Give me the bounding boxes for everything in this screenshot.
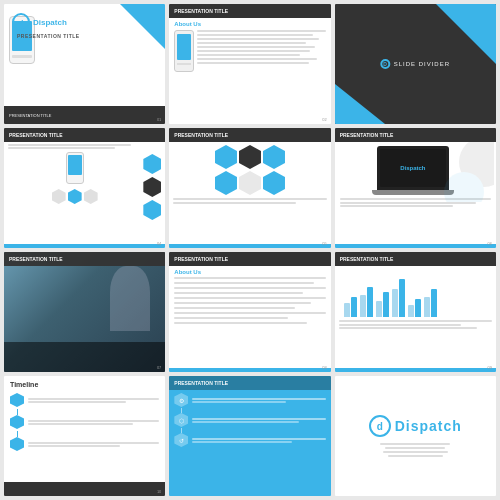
slide-9[interactable]: PRESENTATION TITLE 09 xyxy=(335,252,496,372)
slide10-title: Timeline xyxy=(10,381,159,388)
slide3-tri-bottom xyxy=(335,84,385,124)
slide7-overlay xyxy=(4,342,165,372)
slide6-number: 06 xyxy=(488,241,492,246)
slide8-header: PRESENTATION TITLE xyxy=(169,252,330,266)
slide-4[interactable]: PRESENTATION TITLE xyxy=(4,128,165,248)
slide-11[interactable]: PRESENTATION TITLE ⚙ ⬡ xyxy=(169,376,330,496)
slide-2[interactable]: PRESENTATION TITLE About Us xyxy=(169,4,330,124)
slide4-phone-container xyxy=(8,152,141,204)
slide12-brand-name: Dispatch xyxy=(395,418,462,434)
slide2-header-title: PRESENTATION TITLE xyxy=(174,8,228,14)
slide2-section: About Us xyxy=(174,21,325,27)
slide6-header-title: PRESENTATION TITLE xyxy=(340,132,394,138)
slide11-icons: ⚙ ⬡ ↺ xyxy=(169,390,330,450)
slide12-icon-char: d xyxy=(377,421,383,432)
slide3-divider-content: d SLIDE DIVIDER xyxy=(381,59,450,69)
slide-8[interactable]: PRESENTATION TITLE About Us 08 xyxy=(169,252,330,372)
slide-7[interactable]: PRESENTATION TITLE 07 xyxy=(4,252,165,372)
brand-icon-char: d xyxy=(19,18,24,27)
slide2-phone xyxy=(174,30,194,72)
slide2-header: PRESENTATION TITLE xyxy=(169,4,330,18)
slide6-header: PRESENTATION TITLE xyxy=(335,128,496,142)
slide5-text xyxy=(173,198,326,204)
slide9-chart xyxy=(339,272,492,317)
slide12-content: d Dispatch xyxy=(361,376,470,496)
slide6-laptop-brand: Dispatch xyxy=(400,165,425,171)
slide1-title: PRESENTATION TITLE xyxy=(17,33,157,39)
slide5-number: 05 xyxy=(322,241,326,246)
slide-3[interactable]: d SLIDE DIVIDER xyxy=(335,4,496,124)
slide3-tri-top xyxy=(436,4,496,64)
slide9-number: 09 xyxy=(488,365,492,370)
slide5-header: PRESENTATION TITLE xyxy=(169,128,330,142)
slide9-header: PRESENTATION TITLE xyxy=(335,252,496,266)
brand-icon: d xyxy=(12,13,30,31)
slide1-brand-name: Dispatch xyxy=(33,18,67,27)
slide1-number: 01 xyxy=(157,117,161,122)
slide9-header-title: PRESENTATION TITLE xyxy=(340,256,394,262)
slide8-number: 08 xyxy=(322,365,326,370)
slide8-section: About Us xyxy=(174,269,325,275)
slide-grid: d Dispatch PRESENTATION TITLE PRESENTATI… xyxy=(0,0,500,500)
slide7-header-title: PRESENTATION TITLE xyxy=(9,256,63,262)
slide3-text: SLIDE DIVIDER xyxy=(394,61,450,67)
slide12-contact xyxy=(380,443,450,457)
slide-10[interactable]: Timeline xyxy=(4,376,165,496)
slide4-number: 04 xyxy=(157,241,161,246)
slide9-text xyxy=(339,320,492,329)
slide-5[interactable]: PRESENTATION TITLE 05 xyxy=(169,128,330,248)
slide5-content xyxy=(169,142,330,207)
slide12-brand-icon: d xyxy=(369,415,391,437)
slide10-footer-bar xyxy=(4,482,165,496)
slide3-icon-char: d xyxy=(383,61,388,67)
slide4-text xyxy=(8,144,161,149)
slide6-bg-circles xyxy=(444,142,494,206)
slide1-bottom-title: PRESENTATION TITLE xyxy=(9,113,51,118)
slide7-number: 07 xyxy=(157,365,161,370)
slide1-dark-bar: PRESENTATION TITLE xyxy=(4,106,165,124)
slide-12[interactable]: d Dispatch xyxy=(335,376,496,496)
slide-6[interactable]: PRESENTATION TITLE Dispatch xyxy=(335,128,496,248)
slide7-person xyxy=(110,266,150,331)
slide4-header: PRESENTATION TITLE xyxy=(4,128,165,142)
slide5-footer xyxy=(169,244,330,248)
slide8-text-block xyxy=(174,277,325,324)
slide8-header-title: PRESENTATION TITLE xyxy=(174,256,228,262)
slide4-header-title: PRESENTATION TITLE xyxy=(9,132,63,138)
slide4-hexes-row1 xyxy=(8,189,141,204)
slide4-hex-column xyxy=(143,154,161,220)
slide5-header-title: PRESENTATION TITLE xyxy=(174,132,228,138)
slide2-number: 02 xyxy=(322,117,326,122)
slide11-header-title: PRESENTATION TITLE xyxy=(174,380,228,386)
slide10-number: 10 xyxy=(157,489,161,494)
slide10-timeline xyxy=(10,393,159,451)
slide8-footer xyxy=(169,368,330,372)
slide-1[interactable]: d Dispatch PRESENTATION TITLE PRESENTATI… xyxy=(4,4,165,124)
slide11-header: PRESENTATION TITLE xyxy=(169,376,330,390)
slide2-text xyxy=(197,30,325,72)
slide7-header: PRESENTATION TITLE xyxy=(4,252,165,266)
slide6-footer xyxy=(335,244,496,248)
slide3-brand-icon: d xyxy=(381,59,391,69)
slide9-footer xyxy=(335,368,496,372)
slide4-footer xyxy=(4,244,165,248)
